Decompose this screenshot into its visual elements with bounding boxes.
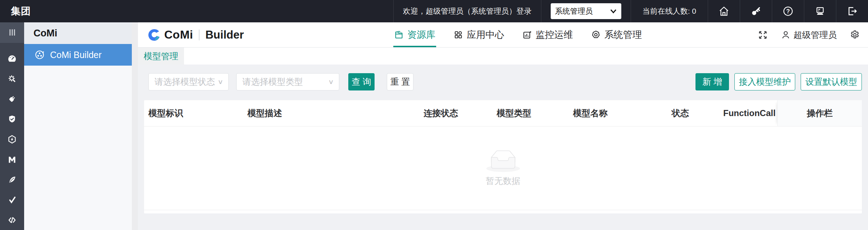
collapse-icon: [8, 28, 17, 37]
table-footer: [144, 210, 862, 213]
folder-icon: [394, 30, 404, 40]
tab-bar: 模型管理: [138, 47, 868, 65]
search-button[interactable]: 查 询: [348, 73, 375, 90]
filter-toolbar: 请选择模型状态 ∨ 请选择模型类型 ∨ 查 询 重 置 新 增 接入模型维护 设…: [144, 73, 862, 90]
col-model-desc: 模型描述: [243, 100, 419, 126]
m-letter-icon: [7, 155, 17, 164]
rail-item-dashboard[interactable]: [0, 49, 24, 69]
nav-system-management[interactable]: 系统管理: [590, 22, 643, 47]
model-type-select[interactable]: 请选择模型类型 ∨: [236, 73, 339, 90]
icon-rail: [0, 22, 24, 230]
main-content: CoMi Builder 资源库 应用中心 监控运维: [138, 22, 868, 230]
nav-label: 资源库: [407, 28, 435, 41]
empty-text: 暂无数据: [486, 175, 520, 187]
col-connection-status: 连接状态: [419, 100, 492, 126]
nav-app-center[interactable]: 应用中心: [453, 22, 505, 47]
model-maintenance-button[interactable]: 接入模型维护: [734, 73, 795, 90]
model-status-placeholder: 请选择模型状态: [155, 76, 215, 88]
logo-divider: [199, 30, 200, 40]
workstation-button[interactable]: [804, 0, 836, 22]
workstation-icon: [815, 6, 826, 17]
user-icon: [781, 30, 791, 40]
rail-collapse-button[interactable]: [0, 22, 24, 43]
gear-icon: [850, 30, 860, 40]
nav-label: 监控运维: [536, 28, 573, 41]
nav-label: 应用中心: [467, 28, 504, 41]
rail-item-code[interactable]: [0, 210, 24, 230]
logo-brand-text: CoMi: [164, 28, 193, 41]
rail-item-check[interactable]: [0, 190, 24, 210]
sidebar-item-comi-builder[interactable]: CoMi Builder: [24, 44, 132, 66]
logo-product-text: Builder: [205, 28, 244, 41]
col-operations: 操作栏: [777, 100, 862, 126]
table-empty-state: 暂无数据: [144, 127, 862, 210]
settings-search-icon: [7, 74, 17, 84]
app-header: CoMi Builder 资源库 应用中心 监控运维: [138, 22, 868, 47]
action-buttons: 新 增 接入模型维护 设置默认模型: [695, 73, 862, 90]
org-brand: 集团: [0, 5, 31, 18]
rail-item-m[interactable]: [0, 149, 24, 169]
role-select[interactable]: 系统管理员: [551, 3, 621, 19]
home-icon: [719, 6, 729, 17]
rail-item-shield[interactable]: [0, 109, 24, 129]
empty-box-icon: [485, 150, 521, 173]
system-gear-icon: [591, 30, 601, 40]
appstore-icon: [453, 30, 463, 40]
dashboard-icon: [7, 54, 17, 63]
check-icon: [7, 195, 17, 205]
chevron-down-icon: [610, 9, 617, 14]
col-model-type: 模型类型: [492, 100, 569, 126]
rail-item-settings-search[interactable]: [0, 69, 24, 89]
col-function-call: FunctionCall: [719, 100, 777, 126]
settings-button[interactable]: [850, 30, 860, 40]
col-model-name: 模型名称: [569, 100, 667, 126]
monitor-chart-icon: [522, 30, 532, 40]
app-screen: 集团 欢迎，超级管理员（系统管理员）登录 系统管理员 当前在线人数: 0 ?: [0, 0, 868, 230]
nav-monitoring[interactable]: 监控运维: [522, 22, 574, 47]
welcome-text: 欢迎，超级管理员（系统管理员）登录: [394, 6, 541, 16]
help-icon: ?: [783, 6, 793, 17]
user-name: 超级管理员: [793, 29, 837, 41]
feather-icon: [7, 175, 17, 185]
header-actions: 超级管理员: [758, 29, 860, 41]
reset-button[interactable]: 重 置: [387, 73, 413, 90]
rail-item-hexbolt[interactable]: [0, 129, 24, 150]
fullscreen-button[interactable]: [758, 30, 768, 40]
divider: [541, 0, 541, 22]
top-bar: 集团 欢迎，超级管理员（系统管理员）登录 系统管理员 当前在线人数: 0 ?: [0, 0, 868, 22]
nav-label: 系统管理: [604, 28, 642, 41]
user-menu[interactable]: 超级管理员: [781, 29, 837, 41]
nav-resource-library[interactable]: 资源库: [393, 22, 436, 47]
builder-icon: [34, 49, 45, 60]
hexagon-bolt-icon: [7, 134, 17, 144]
code-icon: [7, 215, 17, 225]
home-button[interactable]: [708, 0, 740, 22]
shield-check-icon: [7, 114, 17, 124]
sidebar-title: CoMi: [24, 22, 132, 44]
add-button[interactable]: 新 增: [695, 73, 729, 90]
logout-icon: [847, 6, 858, 17]
plug-icon: [7, 94, 17, 104]
model-type-placeholder: 请选择模型类型: [242, 76, 303, 88]
table-header-row: 模型标识 模型描述 连接状态 模型类型 模型名称 状态 FunctionCall…: [144, 100, 862, 127]
comi-logo-icon: [147, 28, 161, 42]
page-body: 请选择模型状态 ∨ 请选择模型类型 ∨ 查 询 重 置 新 增 接入模型维护 设…: [138, 65, 868, 230]
sidebar-splitter[interactable]: [132, 22, 138, 230]
model-status-select[interactable]: 请选择模型状态 ∨: [148, 73, 229, 90]
role-select-value: 系统管理员: [555, 6, 593, 16]
chevron-down-icon: ∨: [328, 78, 334, 86]
col-status: 状态: [667, 100, 719, 126]
set-default-model-button[interactable]: 设置默认模型: [801, 73, 862, 90]
sidebar: CoMi CoMi Builder: [24, 22, 132, 230]
key-icon: [751, 6, 761, 17]
tab-model-management[interactable]: 模型管理: [138, 48, 184, 65]
logout-button[interactable]: [836, 0, 868, 22]
rail-item-feather[interactable]: [0, 169, 24, 190]
chevron-down-icon: ∨: [218, 78, 223, 86]
primary-nav: 资源库 应用中心 监控运维 系统管理: [393, 22, 659, 47]
rail-item-plug[interactable]: [0, 89, 24, 109]
password-button[interactable]: [740, 0, 772, 22]
help-button[interactable]: ?: [772, 0, 804, 22]
logo: CoMi Builder: [147, 28, 244, 42]
fullscreen-icon: [758, 30, 768, 40]
